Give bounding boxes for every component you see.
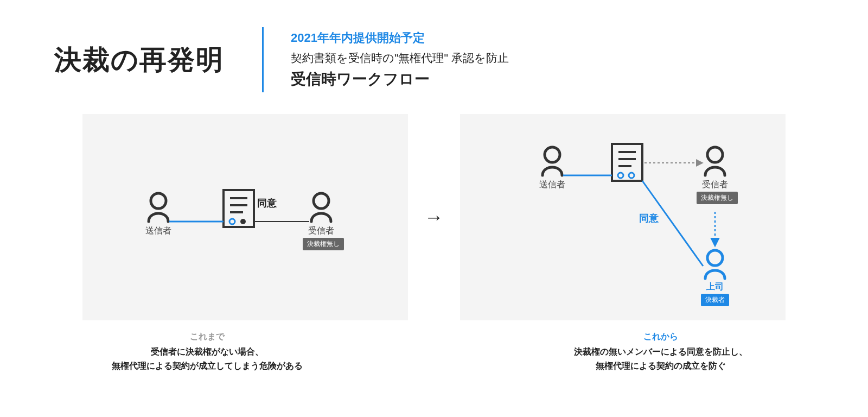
release-schedule: 2021年年内提供開始予定 xyxy=(291,30,814,46)
after-diagram xyxy=(460,114,786,320)
boss-badge: 決裁者 xyxy=(701,294,729,306)
boss-label: 上司 xyxy=(699,281,731,293)
receiver-badge: 決裁権無し xyxy=(697,192,738,204)
feature-description: 契約書類を受信時の"無権代理" 承認を防止 xyxy=(291,50,814,66)
sender-label: 送信者 xyxy=(142,225,175,237)
svg-rect-11 xyxy=(612,144,642,181)
document-icon xyxy=(224,190,254,227)
svg-point-7 xyxy=(240,219,246,224)
before-caption: これまで 受信者に決裁権がない場合、 無権代理による契約が成立してしまう危険があ… xyxy=(44,331,370,372)
person-icon xyxy=(542,147,562,175)
before-label: これまで xyxy=(44,331,370,343)
receiver-label: 受信者 xyxy=(699,179,731,191)
vertical-divider xyxy=(262,27,264,92)
header: 決裁の再発明 2021年年内提供開始予定 契約書類を受信時の"無権代理" 承認を… xyxy=(0,0,868,109)
after-text-1: 決裁権の無いメンバーによる同意を防止し、 xyxy=(498,345,824,359)
after-label: これから xyxy=(498,331,824,343)
svg-point-8 xyxy=(545,147,560,162)
before-text-2: 無権代理による契約が成立してしまう危険がある xyxy=(44,359,370,373)
person-icon xyxy=(705,250,725,279)
person-icon xyxy=(149,193,168,222)
captions-row: これまで 受信者に決裁権がない場合、 無権代理による契約が成立してしまう危険があ… xyxy=(0,320,868,372)
sender-label: 送信者 xyxy=(536,179,569,191)
svg-point-1 xyxy=(314,193,329,208)
feature-name: 受信時ワークフロー xyxy=(291,69,814,90)
receiver-badge: 決裁権無し xyxy=(303,238,344,250)
header-right: 2021年年内提供開始予定 契約書類を受信時の"無権代理" 承認を防止 受信時ワ… xyxy=(291,30,814,90)
after-text-2: 無権代理による契約の成立を防ぐ xyxy=(498,359,824,373)
svg-rect-2 xyxy=(224,190,254,227)
person-icon xyxy=(311,193,331,222)
before-panel: 送信者 受信者 決裁権無し 同意 xyxy=(82,114,408,320)
caption-spacer xyxy=(424,331,444,372)
document-icon xyxy=(612,144,642,181)
after-panel: 送信者 受信者 決裁権無し 上司 決裁者 同意 xyxy=(460,114,786,320)
receiver-label: 受信者 xyxy=(305,225,337,237)
diagram-panels: 送信者 受信者 決裁権無し 同意 → xyxy=(0,109,868,320)
svg-point-9 xyxy=(707,147,723,162)
svg-point-0 xyxy=(151,193,166,208)
person-icon xyxy=(705,147,725,175)
agree-label: 同意 xyxy=(257,197,277,210)
after-caption: これから 決裁権の無いメンバーによる同意を防止し、 無権代理による契約の成立を防… xyxy=(498,331,824,372)
arrow-right-icon: → xyxy=(424,206,444,229)
svg-point-10 xyxy=(707,250,723,266)
before-text-1: 受信者に決裁権がない場合、 xyxy=(44,345,370,359)
main-title: 決裁の再発明 xyxy=(54,42,262,78)
before-diagram xyxy=(82,114,408,320)
agree-label: 同意 xyxy=(639,212,659,225)
